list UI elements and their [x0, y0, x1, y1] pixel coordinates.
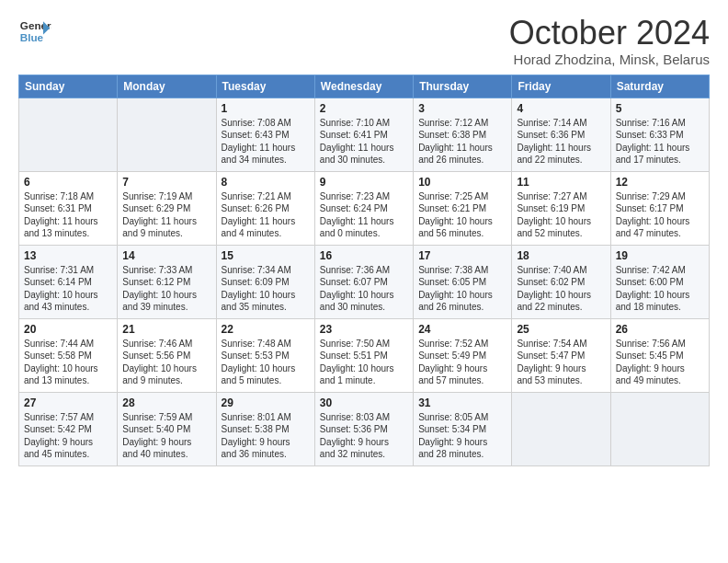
cell-day-number: 15 — [222, 249, 310, 262]
cell-day-number: 22 — [222, 323, 310, 336]
svg-text:Blue: Blue — [20, 31, 44, 43]
cell-day-number: 28 — [122, 396, 210, 409]
calendar-cell: 19Sunrise: 7:42 AM Sunset: 6:00 PM Dayli… — [610, 245, 709, 318]
cell-day-number: 30 — [320, 396, 408, 409]
calendar-cell — [512, 392, 610, 465]
cell-info-text: Sunrise: 7:36 AM Sunset: 6:07 PM Dayligh… — [320, 264, 408, 314]
cell-day-number: 5 — [616, 102, 704, 115]
calendar-cell: 25Sunrise: 7:54 AM Sunset: 5:47 PM Dayli… — [512, 318, 610, 392]
cell-info-text: Sunrise: 7:19 AM Sunset: 6:29 PM Dayligh… — [122, 190, 210, 240]
calendar-cell: 20Sunrise: 7:44 AM Sunset: 5:58 PM Dayli… — [19, 318, 118, 392]
calendar-cell: 6Sunrise: 7:18 AM Sunset: 6:31 PM Daylig… — [19, 171, 118, 245]
calendar-week-row: 1Sunrise: 7:08 AM Sunset: 6:43 PM Daylig… — [19, 98, 710, 171]
calendar-cell: 9Sunrise: 7:23 AM Sunset: 6:24 PM Daylig… — [314, 171, 413, 245]
cell-info-text: Sunrise: 7:16 AM Sunset: 6:33 PM Dayligh… — [616, 117, 704, 167]
calendar-cell: 5Sunrise: 7:16 AM Sunset: 6:33 PM Daylig… — [610, 98, 709, 171]
title-block: October 2024 Horad Zhodzina, Minsk, Bela… — [509, 15, 710, 67]
logo: General Blue — [18, 15, 51, 48]
calendar-week-row: 13Sunrise: 7:31 AM Sunset: 6:14 PM Dayli… — [19, 245, 710, 318]
weekday-header: Thursday — [414, 75, 512, 98]
cell-day-number: 24 — [418, 323, 506, 336]
cell-info-text: Sunrise: 7:38 AM Sunset: 6:05 PM Dayligh… — [418, 264, 506, 314]
weekday-header: Friday — [512, 75, 610, 98]
cell-info-text: Sunrise: 7:29 AM Sunset: 6:17 PM Dayligh… — [616, 190, 704, 240]
calendar-cell: 15Sunrise: 7:34 AM Sunset: 6:09 PM Dayli… — [216, 245, 314, 318]
cell-info-text: Sunrise: 7:14 AM Sunset: 6:36 PM Dayligh… — [517, 117, 605, 167]
cell-info-text: Sunrise: 7:31 AM Sunset: 6:14 PM Dayligh… — [24, 264, 112, 314]
calendar-cell: 21Sunrise: 7:46 AM Sunset: 5:56 PM Dayli… — [118, 318, 216, 392]
calendar-cell — [19, 98, 118, 171]
cell-info-text: Sunrise: 7:56 AM Sunset: 5:45 PM Dayligh… — [616, 338, 704, 387]
page-header: General Blue October 2024 Horad Zhodzina… — [18, 15, 710, 67]
weekday-header: Tuesday — [216, 75, 314, 98]
cell-info-text: Sunrise: 7:27 AM Sunset: 6:19 PM Dayligh… — [517, 190, 605, 240]
month-title: October 2024 — [509, 15, 710, 52]
cell-info-text: Sunrise: 7:23 AM Sunset: 6:24 PM Dayligh… — [320, 190, 408, 240]
calendar-cell: 30Sunrise: 8:03 AM Sunset: 5:36 PM Dayli… — [314, 392, 413, 465]
calendar-cell — [610, 392, 709, 465]
cell-day-number: 8 — [222, 176, 310, 189]
calendar-week-row: 6Sunrise: 7:18 AM Sunset: 6:31 PM Daylig… — [19, 171, 710, 245]
cell-info-text: Sunrise: 7:59 AM Sunset: 5:40 PM Dayligh… — [122, 411, 210, 461]
cell-info-text: Sunrise: 7:08 AM Sunset: 6:43 PM Dayligh… — [222, 117, 310, 167]
cell-day-number: 19 — [616, 249, 704, 262]
weekday-header: Sunday — [19, 75, 118, 98]
cell-info-text: Sunrise: 7:12 AM Sunset: 6:38 PM Dayligh… — [418, 117, 506, 167]
cell-day-number: 29 — [222, 396, 310, 409]
calendar-cell: 12Sunrise: 7:29 AM Sunset: 6:17 PM Dayli… — [610, 171, 709, 245]
calendar-cell: 13Sunrise: 7:31 AM Sunset: 6:14 PM Dayli… — [19, 245, 118, 318]
calendar-cell: 26Sunrise: 7:56 AM Sunset: 5:45 PM Dayli… — [610, 318, 709, 392]
calendar-week-row: 27Sunrise: 7:57 AM Sunset: 5:42 PM Dayli… — [19, 392, 710, 465]
cell-day-number: 27 — [24, 396, 112, 409]
cell-info-text: Sunrise: 7:50 AM Sunset: 5:51 PM Dayligh… — [320, 338, 408, 387]
cell-info-text: Sunrise: 7:44 AM Sunset: 5:58 PM Dayligh… — [24, 338, 112, 387]
calendar-cell: 11Sunrise: 7:27 AM Sunset: 6:19 PM Dayli… — [512, 171, 610, 245]
weekday-header: Monday — [118, 75, 216, 98]
calendar-table: SundayMondayTuesdayWednesdayThursdayFrid… — [18, 75, 710, 466]
weekday-header-row: SundayMondayTuesdayWednesdayThursdayFrid… — [19, 75, 710, 98]
cell-day-number: 16 — [320, 249, 408, 262]
calendar-cell: 29Sunrise: 8:01 AM Sunset: 5:38 PM Dayli… — [216, 392, 314, 465]
calendar-cell: 24Sunrise: 7:52 AM Sunset: 5:49 PM Dayli… — [414, 318, 512, 392]
cell-info-text: Sunrise: 7:54 AM Sunset: 5:47 PM Dayligh… — [517, 338, 605, 387]
weekday-header: Saturday — [610, 75, 709, 98]
calendar-cell: 8Sunrise: 7:21 AM Sunset: 6:26 PM Daylig… — [216, 171, 314, 245]
calendar-cell: 27Sunrise: 7:57 AM Sunset: 5:42 PM Dayli… — [19, 392, 118, 465]
calendar-cell: 2Sunrise: 7:10 AM Sunset: 6:41 PM Daylig… — [314, 98, 413, 171]
cell-info-text: Sunrise: 7:48 AM Sunset: 5:53 PM Dayligh… — [222, 338, 310, 387]
cell-day-number: 3 — [418, 102, 506, 115]
cell-day-number: 26 — [616, 323, 704, 336]
cell-day-number: 1 — [222, 102, 310, 115]
calendar-cell: 4Sunrise: 7:14 AM Sunset: 6:36 PM Daylig… — [512, 98, 610, 171]
cell-day-number: 23 — [320, 323, 408, 336]
cell-day-number: 18 — [517, 249, 605, 262]
calendar-cell: 1Sunrise: 7:08 AM Sunset: 6:43 PM Daylig… — [216, 98, 314, 171]
location-subtitle: Horad Zhodzina, Minsk, Belarus — [509, 52, 710, 67]
calendar-week-row: 20Sunrise: 7:44 AM Sunset: 5:58 PM Dayli… — [19, 318, 710, 392]
cell-info-text: Sunrise: 7:25 AM Sunset: 6:21 PM Dayligh… — [418, 190, 506, 240]
cell-day-number: 17 — [418, 249, 506, 262]
cell-day-number: 6 — [24, 176, 112, 189]
cell-info-text: Sunrise: 8:01 AM Sunset: 5:38 PM Dayligh… — [222, 411, 310, 461]
cell-day-number: 7 — [122, 176, 210, 189]
cell-day-number: 12 — [616, 176, 704, 189]
cell-info-text: Sunrise: 7:34 AM Sunset: 6:09 PM Dayligh… — [222, 264, 310, 314]
calendar-cell: 16Sunrise: 7:36 AM Sunset: 6:07 PM Dayli… — [314, 245, 413, 318]
cell-info-text: Sunrise: 8:05 AM Sunset: 5:34 PM Dayligh… — [418, 411, 506, 461]
calendar-cell: 7Sunrise: 7:19 AM Sunset: 6:29 PM Daylig… — [118, 171, 216, 245]
cell-day-number: 21 — [122, 323, 210, 336]
calendar-cell: 28Sunrise: 7:59 AM Sunset: 5:40 PM Dayli… — [118, 392, 216, 465]
cell-day-number: 13 — [24, 249, 112, 262]
cell-info-text: Sunrise: 7:52 AM Sunset: 5:49 PM Dayligh… — [418, 338, 506, 387]
calendar-cell: 22Sunrise: 7:48 AM Sunset: 5:53 PM Dayli… — [216, 318, 314, 392]
calendar-cell: 10Sunrise: 7:25 AM Sunset: 6:21 PM Dayli… — [414, 171, 512, 245]
calendar-cell: 31Sunrise: 8:05 AM Sunset: 5:34 PM Dayli… — [414, 392, 512, 465]
cell-info-text: Sunrise: 7:57 AM Sunset: 5:42 PM Dayligh… — [24, 411, 112, 461]
calendar-cell — [118, 98, 216, 171]
cell-info-text: Sunrise: 8:03 AM Sunset: 5:36 PM Dayligh… — [320, 411, 408, 461]
cell-day-number: 14 — [122, 249, 210, 262]
cell-day-number: 9 — [320, 176, 408, 189]
weekday-header: Wednesday — [314, 75, 413, 98]
cell-info-text: Sunrise: 7:18 AM Sunset: 6:31 PM Dayligh… — [24, 190, 112, 240]
cell-info-text: Sunrise: 7:33 AM Sunset: 6:12 PM Dayligh… — [122, 264, 210, 314]
